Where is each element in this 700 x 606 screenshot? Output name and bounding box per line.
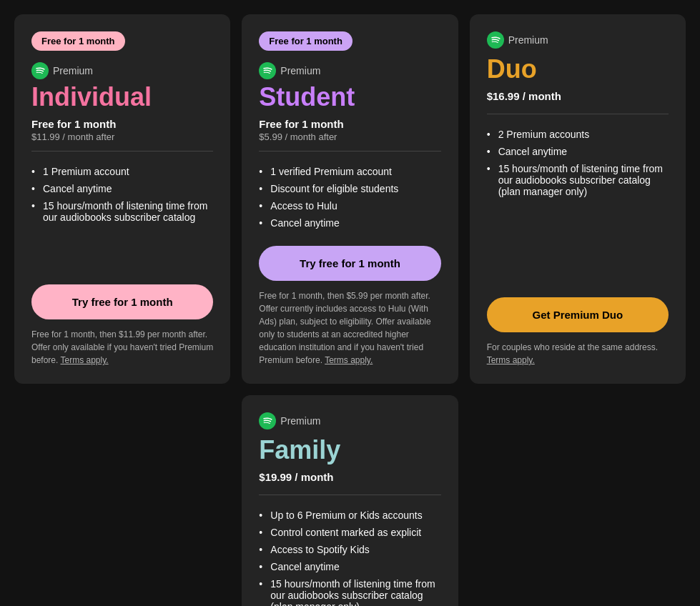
student-terms-link[interactable]: Terms apply. [325,355,373,365]
student-feature-4: Cancel anytime [259,214,440,232]
student-plan-label: Premium [280,65,320,76]
individual-price-after: $11.99 / month after [31,131,213,142]
student-feature-3: Access to Hulu [259,197,440,214]
duo-title: Duo [487,54,669,84]
family-feature-5: 15 hours/month of listening time from ou… [259,575,440,606]
duo-feature-1: 2 Premium accounts [487,126,669,143]
student-features: 1 verified Premium account Discount for … [259,163,440,232]
family-price: $19.99 / month [259,471,440,483]
card-family: Premium Family $19.99 / month Up to 6 Pr… [242,395,458,606]
individual-cta-button[interactable]: Try free for 1 month [31,284,213,319]
spotify-logo-family-icon [259,412,276,429]
family-feature-3: Access to Spotify Kids [259,541,440,558]
student-title: Student [259,82,440,112]
student-cta-button[interactable]: Try free for 1 month [259,246,440,281]
family-title: Family [259,435,440,465]
student-free-text: Free for 1 month [259,118,440,130]
duo-feature-2: Cancel anytime [487,143,669,160]
student-divider [259,151,440,152]
card-student: Free for 1 month Premium Student Free fo… [242,14,458,384]
duo-feature-3: 15 hours/month of listening time from ou… [487,160,669,200]
individual-badge: Free for 1 month [31,31,125,51]
individual-plan-label: Premium [53,65,93,76]
duo-price: $16.99 / month [487,90,669,102]
family-plan-label: Premium [280,415,320,427]
student-badge: Free for 1 month [259,31,353,51]
individual-divider [31,151,213,152]
individual-feature-2: Cancel anytime [31,180,213,197]
individual-features: 1 Premium account Cancel anytime 15 hour… [31,163,213,270]
student-feature-1: 1 verified Premium account [259,163,440,180]
student-feature-2: Discount for eligible students [259,180,440,197]
spotify-logo-icon [31,62,49,79]
duo-plan-label: Premium [508,34,548,46]
student-footer-text: Free for 1 month, then $5.99 per month a… [259,291,430,365]
family-feature-1: Up to 6 Premium or Kids accounts [259,507,440,524]
plans-grid: Free for 1 month Premium Individual Free… [14,14,686,606]
duo-divider [487,114,669,114]
card-duo: Premium Duo $16.99 / month 2 Premium acc… [470,14,686,384]
duo-features: 2 Premium accounts Cancel anytime 15 hou… [487,126,669,283]
family-feature-2: Control content marked as explicit [259,524,440,541]
family-plan-header: Premium [259,412,440,429]
duo-footer-text: For couples who reside at the same addre… [487,342,658,352]
individual-terms-link[interactable]: Terms apply. [60,355,108,365]
duo-plan-header: Premium [487,31,669,49]
duo-footer: For couples who reside at the same addre… [487,341,669,367]
individual-title: Individual [31,82,213,112]
individual-feature-1: 1 Premium account [31,163,213,180]
family-divider [259,495,440,495]
duo-cta-button[interactable]: Get Premium Duo [487,297,669,332]
student-footer: Free for 1 month, then $5.99 per month a… [259,289,440,367]
individual-free-text: Free for 1 month [31,118,213,130]
family-features: Up to 6 Premium or Kids accounts Control… [259,507,440,606]
individual-footer: Free for 1 month, then $11.99 per month … [31,328,213,367]
spotify-logo-duo-icon [487,31,504,49]
individual-feature-3: 15 hours/month of listening time from ou… [31,197,213,226]
student-plan-header: Premium [259,62,440,79]
individual-plan-header: Premium [31,62,213,79]
spotify-logo-student-icon [259,62,276,79]
student-price-after: $5.99 / month after [259,131,440,142]
card-individual: Free for 1 month Premium Individual Free… [14,14,230,384]
family-feature-4: Cancel anytime [259,558,440,575]
duo-terms-link[interactable]: Terms apply. [487,355,535,365]
individual-footer-text: Free for 1 month, then $11.99 per month … [31,329,213,365]
